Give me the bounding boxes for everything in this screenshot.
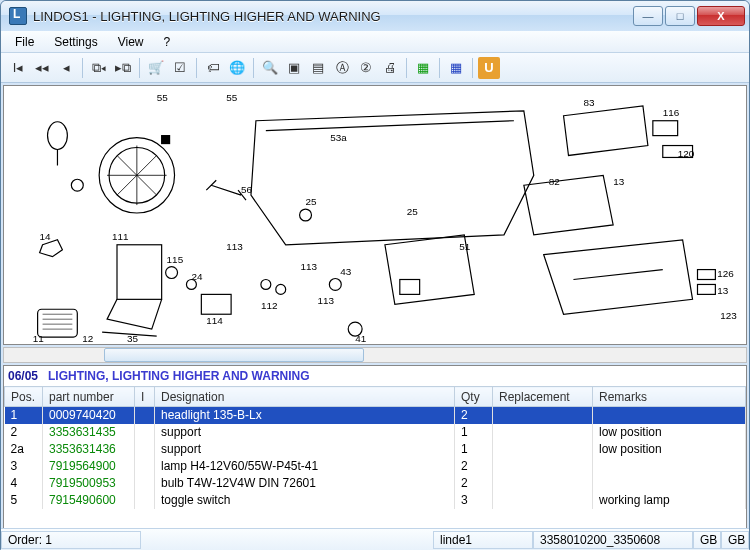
section-code: 06/05 <box>8 369 38 383</box>
globe-icon[interactable]: 🌐 <box>226 57 248 79</box>
app-icon <box>9 7 27 25</box>
col-pos[interactable]: Pos. <box>5 387 43 407</box>
col-partnumber[interactable]: part number <box>43 387 135 407</box>
svg-point-18 <box>276 284 286 294</box>
col-remarks[interactable]: Remarks <box>593 387 746 407</box>
svg-point-4 <box>71 179 83 191</box>
menu-help[interactable]: ? <box>154 32 181 52</box>
svg-point-19 <box>329 279 341 291</box>
status-order: Order: 1 <box>1 531 141 549</box>
svg-text:115: 115 <box>167 254 184 265</box>
menu-view[interactable]: View <box>108 32 154 52</box>
first-icon[interactable]: I◂ <box>7 57 29 79</box>
col-qty[interactable]: Qty <box>455 387 493 407</box>
table-row[interactable]: 37919564900lamp H4-12V60/55W-P45t-412 <box>5 458 746 475</box>
svg-text:56: 56 <box>241 184 253 195</box>
svg-text:51: 51 <box>459 241 471 252</box>
svg-text:53a: 53a <box>330 132 347 143</box>
status-user: linde1 <box>433 531 533 549</box>
table-row[interactable]: 2a3353631436support1low position <box>5 441 746 458</box>
svg-rect-10 <box>400 280 420 295</box>
svg-text:112: 112 <box>261 300 278 311</box>
col-designation[interactable]: Designation <box>155 387 455 407</box>
status-lang1: GB <box>693 531 721 549</box>
table-row[interactable]: 23353631435support1low position <box>5 424 746 441</box>
svg-text:13: 13 <box>717 285 729 296</box>
svg-text:35: 35 <box>127 333 139 344</box>
menu-settings[interactable]: Settings <box>44 32 107 52</box>
titlebar: LINDOS1 - LIGHTING, LIGHTING HIGHER AND … <box>1 1 749 31</box>
blue-square-icon[interactable]: ▦ <box>445 57 467 79</box>
svg-text:14: 14 <box>40 231 52 242</box>
col-i[interactable]: I <box>135 387 155 407</box>
svg-text:24: 24 <box>191 271 203 282</box>
svg-text:43: 43 <box>340 266 352 277</box>
svg-text:12: 12 <box>82 333 94 344</box>
zoom-in-icon[interactable]: 🔍 <box>259 57 281 79</box>
svg-text:116: 116 <box>663 107 680 118</box>
status-lang2: GB <box>721 531 749 549</box>
parts-diagram[interactable]: 5555 53a 83116120 56 8213 14111 11325 51… <box>3 85 747 345</box>
svg-text:114: 114 <box>206 315 223 326</box>
svg-point-9 <box>300 209 312 221</box>
u-button[interactable]: U <box>478 57 500 79</box>
table-row[interactable]: 10009740420headlight 135-B-Lx2 <box>5 407 746 424</box>
note-icon[interactable]: ▦ <box>412 57 434 79</box>
page-icon[interactable]: ▣ <box>283 57 305 79</box>
svg-text:11: 11 <box>33 333 45 344</box>
prev-icon[interactable]: ◂ <box>55 57 77 79</box>
svg-text:113: 113 <box>317 295 334 306</box>
svg-text:111: 111 <box>112 231 129 242</box>
refresh-icon[interactable]: ② <box>355 57 377 79</box>
parts-table[interactable]: Pos. part number I Designation Qty Repla… <box>4 386 746 509</box>
close-button[interactable]: X <box>697 6 745 26</box>
diagram-hscrollbar[interactable] <box>3 347 747 363</box>
svg-text:25: 25 <box>407 206 419 217</box>
svg-rect-2 <box>162 136 170 144</box>
svg-point-3 <box>48 122 68 150</box>
table-row[interactable]: 47919500953bulb T4W-12V4W DIN 726012 <box>5 475 746 492</box>
svg-rect-8 <box>201 294 231 314</box>
svg-text:25: 25 <box>306 196 318 207</box>
cart-icon[interactable]: 🛒 <box>145 57 167 79</box>
tag-icon[interactable]: 🏷 <box>202 57 224 79</box>
bookmark-next-icon[interactable]: ▸⧉ <box>112 57 134 79</box>
minimize-button[interactable]: — <box>633 6 663 26</box>
parts-list: 06/05 LIGHTING, LIGHTING HIGHER AND WARN… <box>3 365 747 541</box>
section-title: LIGHTING, LIGHTING HIGHER AND WARNING <box>48 369 310 383</box>
maximize-button[interactable]: □ <box>665 6 695 26</box>
svg-rect-14 <box>698 284 716 294</box>
svg-text:123: 123 <box>720 310 737 321</box>
svg-rect-5 <box>117 245 162 300</box>
prev-fast-icon[interactable]: ◂◂ <box>31 57 53 79</box>
bookmark-prev-icon[interactable]: ⧉◂ <box>88 57 110 79</box>
table-row[interactable]: 57915490600toggle switch3working lamp <box>5 492 746 509</box>
check-icon[interactable]: ☑ <box>169 57 191 79</box>
svg-text:126: 126 <box>717 268 734 279</box>
menubar: File Settings View ? <box>1 31 749 53</box>
status-doc: 3358010200_3350608 <box>533 531 693 549</box>
col-replacement[interactable]: Replacement <box>493 387 593 407</box>
svg-rect-13 <box>698 270 716 280</box>
svg-point-17 <box>261 280 271 290</box>
svg-text:113: 113 <box>226 241 243 252</box>
fit-icon[interactable]: ▤ <box>307 57 329 79</box>
svg-text:83: 83 <box>583 97 595 108</box>
toolbar: I◂ ◂◂ ◂ ⧉◂ ▸⧉ 🛒 ☑ 🏷 🌐 🔍 ▣ ▤ Ⓐ ② 🖨 ▦ ▦ U <box>1 53 749 83</box>
svg-point-6 <box>166 267 178 279</box>
print-icon[interactable]: 🖨 <box>379 57 401 79</box>
svg-text:13: 13 <box>613 176 625 187</box>
svg-rect-11 <box>653 121 678 136</box>
window-title: LINDOS1 - LIGHTING, LIGHTING HIGHER AND … <box>33 9 633 24</box>
marker-icon[interactable]: Ⓐ <box>331 57 353 79</box>
statusbar: Order: 1 linde1 3358010200_3350608 GB GB <box>1 528 749 550</box>
svg-text:55: 55 <box>157 92 169 103</box>
svg-text:55: 55 <box>226 92 238 103</box>
svg-text:113: 113 <box>301 261 318 272</box>
menu-file[interactable]: File <box>5 32 44 52</box>
svg-text:41: 41 <box>355 333 367 344</box>
svg-text:120: 120 <box>678 148 695 159</box>
svg-text:82: 82 <box>549 176 561 187</box>
